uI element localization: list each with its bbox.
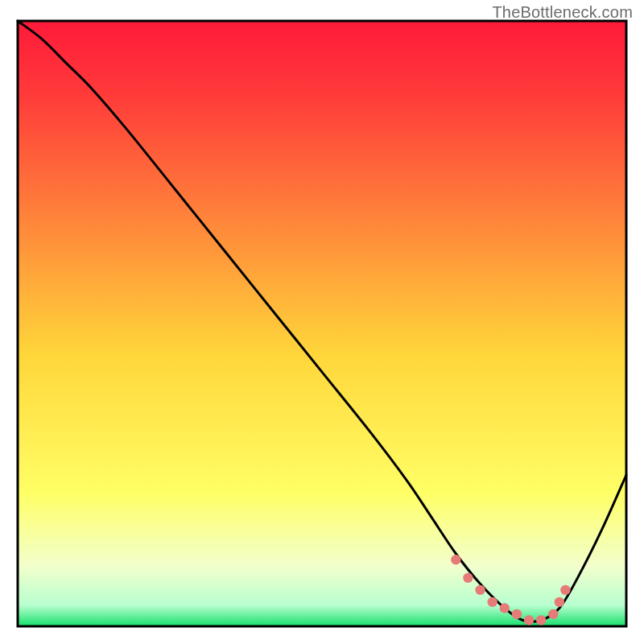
chart-stage: TheBottleneck.com — [0, 0, 644, 644]
highlight-marker — [451, 555, 460, 564]
highlight-marker — [536, 615, 546, 625]
highlight-marker — [524, 615, 534, 625]
highlight-marker — [500, 603, 510, 613]
highlight-marker — [463, 573, 473, 583]
highlight-marker — [548, 609, 558, 619]
watermark-text: TheBottleneck.com — [492, 3, 633, 22]
highlight-marker — [487, 597, 497, 607]
highlight-marker — [560, 585, 570, 595]
gradient-bg — [18, 21, 626, 626]
chart-svg — [0, 0, 644, 644]
highlight-marker — [555, 597, 564, 607]
highlight-marker — [475, 585, 485, 595]
highlight-marker — [512, 609, 522, 619]
